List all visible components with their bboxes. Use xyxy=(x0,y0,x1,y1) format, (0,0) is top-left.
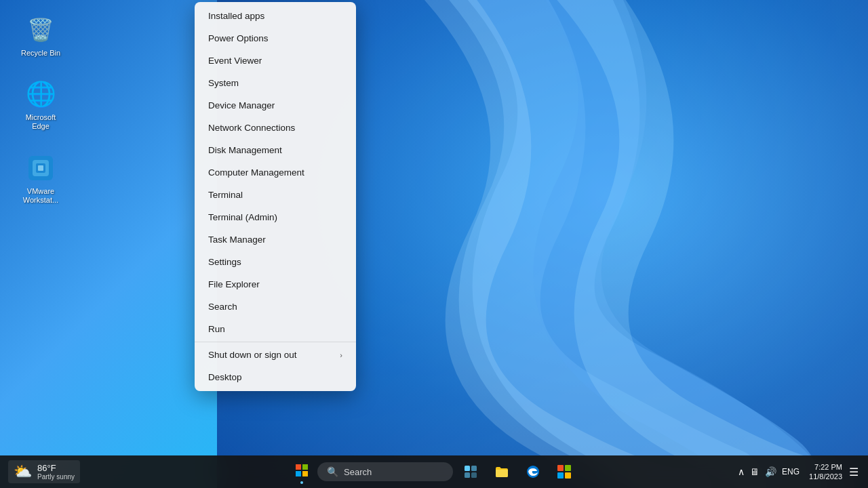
menu-item-search[interactable]: Search xyxy=(195,296,356,318)
menu-item-run[interactable]: Run xyxy=(195,318,356,340)
menu-divider xyxy=(195,342,356,342)
store-taskbar-button[interactable] xyxy=(551,458,578,485)
context-menu: Installed apps Power Options Event Viewe… xyxy=(195,2,356,391)
run-label: Run xyxy=(208,324,225,334)
windows-logo-icon xyxy=(296,464,308,476)
recycle-bin-icon[interactable]: 🗑️ Recycle Bin xyxy=(14,14,68,58)
recycle-bin-label: Recycle Bin xyxy=(21,49,60,58)
menu-item-computer-management[interactable]: Computer Management xyxy=(195,161,356,184)
clock-time: 7:22 PM xyxy=(814,462,842,472)
taskbar-search-bar[interactable]: 🔍 Search xyxy=(317,462,453,481)
svg-rect-11 xyxy=(465,472,470,478)
svg-rect-10 xyxy=(471,466,477,471)
edge-image: 🌐 xyxy=(24,78,57,110)
terminal-label: Terminal xyxy=(208,190,243,200)
vmware-label: VMwareWorkstat... xyxy=(23,187,58,205)
menu-item-desktop[interactable]: Desktop xyxy=(195,366,356,388)
svg-rect-17 xyxy=(565,472,571,479)
taskbar-search-icon: 🔍 xyxy=(327,466,338,477)
network-connections-label: Network Connections xyxy=(208,123,295,133)
disk-management-label: Disk Management xyxy=(208,145,282,155)
device-manager-label: Device Manager xyxy=(208,100,275,110)
computer-management-label: Computer Management xyxy=(208,167,304,178)
desktop-label: Desktop xyxy=(208,372,242,382)
taskbar-left: ⛅ 86°F Partly sunny xyxy=(8,460,80,483)
start-button[interactable] xyxy=(290,459,313,485)
menu-item-file-explorer[interactable]: File Explorer xyxy=(195,273,356,296)
svg-rect-6 xyxy=(302,464,308,470)
power-options-label: Power Options xyxy=(208,33,269,43)
volume-icon[interactable]: 🔊 xyxy=(764,465,778,479)
chevron-right-icon: › xyxy=(340,351,342,359)
tray-icons: ∧ 🖥 🔊 ENG xyxy=(736,465,801,479)
recycle-bin-image: 🗑️ xyxy=(24,14,57,46)
weather-info: 86°F Partly sunny xyxy=(37,463,75,481)
svg-rect-5 xyxy=(296,464,301,470)
taskbar-center: 🔍 Search xyxy=(290,458,578,485)
menu-item-disk-management[interactable]: Disk Management xyxy=(195,139,356,161)
edge-taskbar-button[interactable] xyxy=(519,458,547,485)
weather-description: Partly sunny xyxy=(37,473,75,481)
chevron-up-icon[interactable]: ∧ xyxy=(736,465,746,479)
weather-widget[interactable]: ⛅ 86°F Partly sunny xyxy=(8,460,80,483)
taskbar-right: ∧ 🖥 🔊 ENG 7:22 PM 11/8/2023 ☰ xyxy=(736,462,860,482)
monitor-icon[interactable]: 🖥 xyxy=(749,465,761,479)
svg-rect-9 xyxy=(465,466,470,471)
file-explorer-label: File Explorer xyxy=(208,279,260,289)
weather-icon: ⛅ xyxy=(14,463,32,481)
vmware-image xyxy=(24,152,57,184)
menu-item-terminal[interactable]: Terminal xyxy=(195,184,356,206)
store-icon xyxy=(557,464,572,479)
svg-rect-12 xyxy=(471,472,477,478)
menu-item-task-manager[interactable]: Task Manager xyxy=(195,228,356,251)
edge-label: MicrosoftEdge xyxy=(26,113,56,131)
event-viewer-label: Event Viewer xyxy=(208,56,262,66)
menu-item-event-viewer[interactable]: Event Viewer xyxy=(195,49,356,72)
shut-down-label: Shut down or sign out xyxy=(208,350,297,360)
svg-rect-4 xyxy=(38,165,43,171)
installed-apps-label: Installed apps xyxy=(208,11,264,21)
menu-item-terminal-admin[interactable]: Terminal (Admin) xyxy=(195,206,356,228)
notification-icon[interactable]: ☰ xyxy=(848,464,860,480)
system-clock[interactable]: 7:22 PM 11/8/2023 xyxy=(809,462,842,482)
desktop: 🗑️ Recycle Bin 🌐 MicrosoftEdge VMwareWor… xyxy=(0,0,868,488)
taskbar-search-label: Search xyxy=(344,467,372,477)
menu-item-installed-apps[interactable]: Installed apps xyxy=(195,5,356,27)
menu-item-device-manager[interactable]: Device Manager xyxy=(195,94,356,117)
svg-rect-8 xyxy=(302,471,308,476)
microsoft-edge-icon[interactable]: 🌐 MicrosoftEdge xyxy=(14,78,68,131)
file-explorer-taskbar-button[interactable] xyxy=(488,458,515,485)
weather-temperature: 86°F xyxy=(37,463,75,473)
svg-rect-16 xyxy=(557,472,564,479)
menu-item-shut-down[interactable]: Shut down or sign out › xyxy=(195,344,356,366)
search-label: Search xyxy=(208,302,237,312)
folder-icon xyxy=(494,464,509,479)
widgets-button[interactable] xyxy=(457,458,484,485)
edge-taskbar-icon xyxy=(526,464,540,479)
task-manager-label: Task Manager xyxy=(208,235,266,245)
svg-rect-15 xyxy=(565,465,571,471)
settings-label: Settings xyxy=(208,257,241,267)
menu-item-settings[interactable]: Settings xyxy=(195,251,356,273)
vmware-icon[interactable]: VMwareWorkstat... xyxy=(14,152,68,205)
svg-rect-7 xyxy=(296,471,301,476)
desktop-icons: 🗑️ Recycle Bin 🌐 MicrosoftEdge VMwareWor… xyxy=(14,14,68,205)
terminal-admin-label: Terminal (Admin) xyxy=(208,212,277,222)
clock-date: 11/8/2023 xyxy=(809,472,842,481)
menu-item-system[interactable]: System xyxy=(195,72,356,94)
menu-item-power-options[interactable]: Power Options xyxy=(195,27,356,49)
system-label: System xyxy=(208,78,239,88)
language-icon[interactable]: ENG xyxy=(781,466,801,478)
svg-rect-14 xyxy=(557,465,564,471)
taskbar: ⛅ 86°F Partly sunny 🔍 Se xyxy=(0,455,868,488)
widgets-icon xyxy=(464,465,477,479)
menu-item-network-connections[interactable]: Network Connections xyxy=(195,117,356,139)
